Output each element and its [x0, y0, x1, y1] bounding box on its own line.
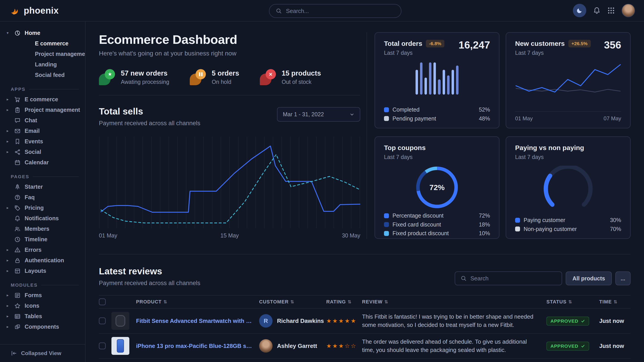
review-text: The order was delivered ahead of schedul… — [362, 338, 546, 354]
review-row: iPhone 13 pro max-Pacific Blue-128GB sto… — [99, 334, 630, 359]
caret-right-icon: ▸ — [5, 314, 10, 319]
warn-icon — [14, 247, 20, 253]
reviews-search-input[interactable] — [470, 275, 556, 282]
sidebar-item-label: Faq — [24, 194, 35, 201]
sidebar-subitem-landing[interactable]: Landing — [0, 59, 85, 70]
phoenix-logo-icon — [9, 5, 20, 16]
sidebar-item-errors[interactable]: ▸Errors — [0, 245, 85, 255]
customer-name: Ashley Garrett — [277, 343, 317, 350]
status-cell: APPROVED — [546, 316, 599, 326]
sidebar-item-starter[interactable]: Starter — [0, 182, 85, 192]
column-header-customer[interactable]: CUSTOMER⇅ — [259, 299, 326, 305]
reviews-search[interactable] — [455, 272, 562, 285]
bell-icon — [14, 215, 20, 222]
column-header-time[interactable]: TIME⇅ — [599, 299, 630, 305]
collapse-view-button[interactable]: Collapsed View — [0, 344, 85, 362]
column-header-product[interactable]: PRODUCT⇅ — [112, 299, 259, 305]
caret-right-icon: ▸ — [5, 293, 10, 298]
stat-sub: Awating processing — [121, 79, 169, 85]
sidebar-item-tables[interactable]: ▸Tables — [0, 311, 85, 322]
lock-icon — [14, 257, 20, 264]
sidebar-item-calendar[interactable]: Calendar — [0, 157, 85, 168]
moon-icon — [576, 7, 583, 14]
review-text: This Fitbit is fantastic! I was trying t… — [362, 313, 546, 329]
product-cell: iPhone 13 pro max-Pacific Blue-128GB sto… — [112, 337, 259, 355]
sidebar-item-layouts[interactable]: ▸Layouts — [0, 266, 85, 276]
legend-label: Completed — [392, 107, 420, 113]
sidebar-item-home[interactable]: ▾Home — [0, 28, 85, 38]
sidebar-item-events[interactable]: ▸Events — [0, 136, 85, 147]
legend-item-non-paying-customer: Non-paying customer70% — [515, 226, 621, 232]
customer-name: Richard Dawkins — [277, 318, 324, 325]
more-options-button[interactable]: ... — [615, 272, 630, 285]
row-checkbox[interactable] — [99, 318, 106, 324]
sidebar: ▾HomeE commerceProject managementLanding… — [0, 21, 86, 362]
collapse-label: Collapsed View — [21, 350, 61, 357]
sidebar-item-e-commerce[interactable]: ▸E commerce — [0, 94, 85, 105]
column-header-rating[interactable]: RATING⇅ — [326, 299, 362, 305]
customer-cell: Ashley Garrett — [259, 339, 326, 353]
sidebar-item-forms[interactable]: ▸Forms — [0, 290, 85, 301]
brand[interactable]: phoenix — [9, 5, 59, 16]
cart-icon — [14, 96, 20, 103]
select-all-checkbox[interactable] — [99, 299, 106, 305]
sidebar-item-label: Chat — [24, 117, 37, 124]
sidebar-subitem-project-management[interactable]: Project management — [0, 49, 85, 59]
global-search[interactable] — [269, 4, 402, 18]
bar — [447, 75, 450, 95]
sidebar-item-label: Events — [24, 138, 43, 145]
sidebar-item-members[interactable]: Members — [0, 224, 85, 234]
sidebar-section-apps: APPS — [0, 80, 85, 94]
sidebar-item-email[interactable]: ▸Email — [0, 126, 85, 136]
card-title: Total orders — [384, 40, 422, 47]
sidebar-item-label: Layouts — [24, 268, 46, 274]
product-link[interactable]: Fitbit Sense Advanced Smartwatch with To… — [136, 318, 252, 324]
sidebar-item-timeline[interactable]: Timeline — [0, 234, 85, 245]
card-title: New customers — [515, 40, 565, 47]
column-header-review[interactable]: REVIEW⇅ — [362, 299, 546, 305]
sidebar-subitem-social-feed[interactable]: Social feed — [0, 70, 85, 80]
stat-sub: On hold — [212, 79, 239, 85]
sidebar-item-project-management[interactable]: ▸Project management — [0, 105, 85, 115]
all-products-button[interactable]: All products — [566, 272, 612, 285]
theme-toggle-button[interactable] — [573, 4, 586, 17]
check-icon — [581, 319, 585, 323]
legend-item-pending-payment: Pending payment48% — [384, 116, 490, 122]
dashboard-left-column: Ecommerce Dashboard Here's what's going … — [99, 32, 360, 239]
sidebar-item-icons[interactable]: ▸Icons — [0, 301, 85, 311]
sidebar-item-faq[interactable]: Faq — [0, 192, 85, 203]
legend-swatch — [384, 213, 389, 218]
status-badge: APPROVED — [546, 317, 589, 326]
trend-badge: +26.5% — [568, 40, 591, 47]
sidebar-item-notifications[interactable]: Notifications — [0, 213, 85, 224]
sidebar-item-pricing[interactable]: ▸Pricing — [0, 203, 85, 213]
product-link[interactable]: iPhone 13 pro max-Pacific Blue-128GB sto… — [136, 343, 252, 349]
layout-icon — [14, 268, 20, 274]
column-header-status[interactable]: STATUS⇅ — [546, 299, 599, 305]
card-period: Last 7 days — [384, 50, 444, 56]
legend-label: Paying customer — [524, 217, 565, 223]
global-search-input[interactable] — [286, 8, 395, 14]
sidebar-item-authentication[interactable]: ▸Authentication — [0, 255, 85, 266]
sidebar-item-components[interactable]: ▸Components — [0, 322, 85, 332]
legend-value: 52% — [479, 107, 490, 113]
reviews-table-body: Fitbit Sense Advanced Smartwatch with To… — [99, 309, 630, 362]
sidebar-item-social[interactable]: ▸Social — [0, 147, 85, 157]
product-thumbnail — [112, 312, 129, 330]
page-title: Ecommerce Dashboard — [99, 32, 360, 47]
sidebar-item-label: Errors — [24, 247, 42, 253]
user-avatar[interactable] — [622, 4, 635, 17]
date-range-select[interactable]: Mar 1 - 31, 2022 — [277, 107, 360, 122]
form-icon — [14, 292, 20, 299]
legend-label: Non-paying customer — [524, 226, 577, 232]
total-sells-header: Total sells Payment received across all … — [99, 106, 360, 127]
sidebar-subitem-e-commerce[interactable]: E commerce — [0, 38, 85, 49]
legend-item-completed: Completed52% — [384, 107, 490, 113]
sidebar-item-chat[interactable]: Chat — [0, 115, 85, 126]
apps-menu-button[interactable] — [607, 7, 615, 14]
sort-icon: ⇅ — [614, 299, 618, 304]
bar — [424, 78, 427, 95]
row-checkbox[interactable] — [99, 343, 106, 349]
total-sells-subtitle: Payment received across all channels — [99, 120, 200, 127]
notifications-button[interactable] — [593, 7, 600, 14]
